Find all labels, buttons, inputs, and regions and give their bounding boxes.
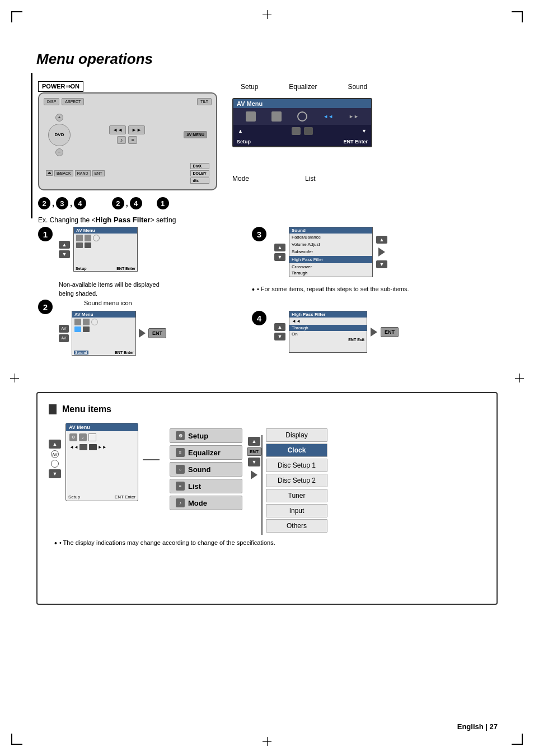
submenu-display: Display	[266, 428, 327, 442]
ent-right-arrow	[251, 470, 257, 479]
step3-nav-right: ▲ ▼	[376, 236, 387, 268]
transport-row2: ♪ ≡	[117, 136, 137, 144]
av-menu-icons-row: ◄◄ ►►	[233, 108, 371, 125]
eject-btn[interactable]: ⏏	[46, 170, 53, 176]
step2-av-btn[interactable]: AV	[59, 325, 69, 333]
step2-av-btn2[interactable]: AV	[59, 334, 69, 342]
mode-icon: ♪	[176, 498, 185, 507]
nav-up-btn[interactable]: ▲	[49, 440, 61, 449]
device-vol-row: +	[55, 114, 63, 122]
rand-btn[interactable]: RAND	[75, 170, 91, 176]
step3-down[interactable]: ▼	[274, 253, 285, 261]
connector-h1	[143, 459, 160, 460]
menu-item-setup: ⚙ Setup	[170, 428, 242, 443]
step4-hpf-header: High Pass Filter	[289, 311, 367, 318]
av-icon-row2b	[79, 444, 97, 450]
cross-bottom	[263, 737, 271, 746]
step1-icons2	[76, 242, 135, 248]
device-middle: + DVD − ◄◄ ►► ♪	[44, 108, 212, 162]
submenu-others: Others	[266, 519, 327, 533]
bottom-menu-labels: Mode List	[232, 175, 316, 183]
dolby-logo: DOLBY	[190, 170, 210, 176]
submenu-tuner: Tuner	[266, 489, 327, 502]
transport-controls: ◄◄ ►► ♪ ≡	[109, 125, 145, 144]
cross-top	[263, 10, 271, 19]
nav-left: ◄◄	[323, 114, 333, 119]
minus-btn[interactable]: −	[55, 148, 63, 156]
step4-hpf-screen: High Pass Filter ◄◄ Through On ENT Exit	[289, 311, 367, 353]
submenu-disc1: Disc Setup 1	[266, 459, 327, 472]
cross-right	[515, 374, 524, 382]
ent-arrow-area: ▲ ENT ▼	[247, 437, 261, 479]
av-circle	[88, 433, 96, 441]
si-note	[76, 242, 83, 248]
submenu-col: Display Clock Disc Setup 1 Disc Setup 2 …	[266, 428, 327, 533]
back-btn[interactable]: B/BACK	[54, 170, 73, 176]
s2-circle	[91, 319, 98, 325]
icon-note	[292, 127, 301, 135]
menu-item-list: ≡ List	[170, 479, 242, 493]
list-icon: ≡	[128, 136, 137, 144]
power-text: POWER⇒ON	[42, 83, 79, 90]
menu-items-note-area: • The display indications may change acc…	[49, 539, 485, 547]
aspect-btn[interactable]: ASPECT	[62, 98, 84, 105]
disp-btn[interactable]: DISP	[44, 98, 59, 105]
ent-btn[interactable]: ENT	[92, 170, 105, 176]
step4-down[interactable]: ▼	[274, 333, 285, 340]
step2-sound: Sound	[74, 351, 88, 354]
step4-ent-btn[interactable]: ENT	[381, 327, 399, 337]
step4-arrow	[371, 328, 377, 337]
step2-ent-btn[interactable]: ENT	[148, 328, 166, 338]
step2-av-header: AV Menu	[72, 311, 135, 318]
step1-av-body	[74, 234, 137, 249]
step3-nav: ▲ ▼	[274, 244, 285, 261]
menu-item-equalizer: ≡ Equalizer	[170, 445, 242, 460]
ent-label[interactable]: ENT	[247, 447, 261, 456]
av-menu-screen: AV Menu ◄◄ ►► ▲ ▼ Setup	[232, 98, 372, 147]
next-btn[interactable]: ►►	[128, 125, 145, 134]
step2-screen-row: AV AV AV Menu Sou	[59, 311, 166, 356]
step3-right-down[interactable]: ▼	[376, 260, 387, 268]
step1-av-footer: Setup ENT Enter	[74, 267, 137, 270]
setup-icon: ⚙	[176, 431, 185, 440]
plus-btn[interactable]: +	[55, 114, 63, 122]
filter-prefix: Ex. Changing the <	[38, 216, 95, 224]
step1-icons	[76, 235, 135, 241]
icon-gear	[246, 111, 256, 122]
si-list	[85, 242, 91, 248]
device-body: DISP ASPECT TILT + DVD −	[38, 92, 217, 190]
step3-right-up[interactable]: ▲	[376, 236, 387, 244]
menu-top-labels: Setup Equalizer Sound	[241, 83, 367, 91]
device-left-controls: + DVD −	[48, 114, 71, 156]
dvd-btn[interactable]: DVD	[48, 124, 71, 146]
nav-down-btn[interactable]: ▼	[49, 469, 61, 478]
step2-screen-area: AV AV AV Menu Sou	[59, 311, 166, 356]
step1-down[interactable]: ▼	[59, 250, 70, 258]
step3-fader: Fader/Balance	[289, 234, 372, 241]
av-menu-btn[interactable]: AV MENU	[184, 131, 207, 138]
step3-up[interactable]: ▲	[274, 244, 285, 251]
divx-logo: DivX	[190, 163, 210, 169]
step-circles-main: 2 , 3 , 4 2 , 4 1	[38, 197, 169, 209]
step1-up[interactable]: ▲	[59, 241, 70, 249]
ent-up-arrow[interactable]: ▲	[248, 437, 260, 446]
si-circle	[93, 235, 100, 241]
nav-right: ►►	[349, 114, 359, 119]
tilt-btn[interactable]: TILT	[197, 98, 212, 105]
submenu-disc2: Disc Setup 2	[266, 474, 327, 487]
av-nav-up: ▲	[238, 128, 243, 134]
av-nav-down: ▼	[362, 128, 367, 134]
step4-up[interactable]: ▲	[274, 323, 285, 331]
icon-music	[271, 111, 282, 122]
av-menu-footer: Setup ENT Enter	[233, 137, 371, 146]
menu-sound-label: Sound	[188, 465, 210, 474]
ent-down-arrow[interactable]: ▼	[248, 458, 260, 466]
step4-screen-area: ▲ ▼ High Pass Filter ◄◄ Through On ENT E…	[274, 311, 399, 353]
av-prev: ◄◄	[69, 445, 78, 450]
step1-av-header: AV Menu	[74, 227, 137, 234]
av-note-icon	[79, 444, 87, 450]
prev-btn[interactable]: ◄◄	[109, 125, 126, 134]
step4-circle: 4	[252, 311, 266, 325]
mode-label: Mode	[232, 175, 249, 183]
av-small-setup: Setup	[68, 494, 80, 500]
